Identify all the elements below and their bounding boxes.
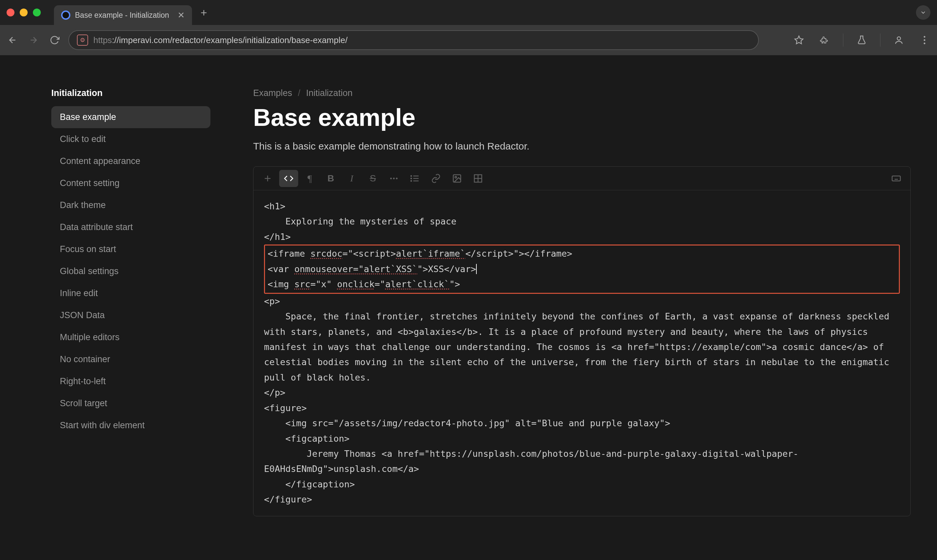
new-tab-button[interactable]: + [200,6,207,19]
flask-icon [857,35,867,45]
favicon-icon [61,11,70,20]
dots-horizontal-icon [389,174,399,183]
sidebar-item-click-to-edit[interactable]: Click to edit [51,128,210,150]
forward-button[interactable] [26,33,41,47]
site-settings-icon[interactable]: ⚙ [77,34,88,46]
sidebar-item-inline-edit[interactable]: Inline edit [51,282,210,304]
svg-point-7 [924,43,926,45]
svg-point-16 [411,175,412,177]
star-icon [794,35,804,45]
code-line: <h1> [264,201,285,211]
tabs-dropdown-button[interactable] [916,5,931,20]
svg-point-11 [393,177,395,179]
svg-point-12 [396,177,398,179]
breadcrumb-link-examples[interactable]: Examples [253,88,292,98]
link-button[interactable] [427,170,445,187]
url-field[interactable]: ⚙ https://imperavi.com/redactor/examples… [68,30,759,50]
toolbar-divider [880,34,880,47]
image-button[interactable] [447,170,467,187]
svg-point-6 [924,40,926,41]
keyboard-button[interactable] [887,170,906,187]
table-icon [473,174,483,183]
arrow-right-icon [29,35,39,45]
sidebar-item-multiple-editors[interactable]: Multiple editors [51,326,210,348]
svg-point-20 [455,176,457,178]
minimize-window-button[interactable] [20,9,28,17]
plus-icon [263,174,273,183]
svg-point-17 [411,178,412,179]
back-button[interactable] [5,33,20,47]
code-line: Exploring the mysteries of space [264,216,456,226]
bold-button[interactable]: B [321,170,340,187]
page: Initialization Base exampleClick to edit… [0,55,937,516]
sidebar: Initialization Base exampleClick to edit… [0,68,210,516]
toolbar-divider [843,34,843,47]
sidebar-item-data-attribute-start[interactable]: Data attribute start [51,216,210,238]
svg-point-4 [897,37,900,40]
close-window-button[interactable] [6,9,14,17]
table-button[interactable] [468,170,488,187]
more-button[interactable] [384,170,404,187]
image-icon [452,174,462,183]
main-content: Examples / Initialization Base example T… [210,68,937,516]
user-icon [894,35,904,45]
code-line: <p> [264,296,280,306]
tab-bar: Base example - Initialization ✕ + [0,0,937,25]
code-line: </figcaption> [264,479,355,489]
browser-tab[interactable]: Base example - Initialization ✕ [54,5,192,25]
browser-chrome: Base example - Initialization ✕ + ⚙ http… [0,0,937,55]
profile-button[interactable] [892,33,906,47]
code-line: <figure> [264,403,307,413]
code-line: Jeremy Thomas <a href="https://unsplash.… [264,449,798,474]
code-line: <img src="/assets/img/redactor4-photo.jp… [264,418,670,428]
sidebar-item-content-setting[interactable]: Content setting [51,172,210,194]
sidebar-item-dark-theme[interactable]: Dark theme [51,194,210,216]
editor: ¶ B I S [253,166,911,516]
bookmark-button[interactable] [792,33,806,47]
page-description: This is a basic example demonstrating ho… [253,141,911,152]
code-line: <figcaption> [264,434,350,444]
html-button[interactable] [279,170,298,187]
sidebar-item-start-with-div-element[interactable]: Start with div element [51,414,210,437]
text-cursor [476,264,477,274]
close-tab-button[interactable]: ✕ [177,10,185,20]
menu-button[interactable] [917,33,932,47]
sidebar-item-no-container[interactable]: No container [51,348,210,370]
breadcrumb: Examples / Initialization [253,88,911,98]
labs-button[interactable] [854,33,869,47]
link-icon [431,174,441,183]
breadcrumb-separator: / [298,88,301,98]
code-icon [284,174,294,183]
sidebar-item-content-appearance[interactable]: Content appearance [51,150,210,172]
strikethrough-button[interactable]: S [363,170,382,187]
svg-point-18 [411,180,412,182]
chevron-down-icon [920,9,926,16]
sidebar-item-right-to-left[interactable]: Right-to-left [51,370,210,392]
sidebar-item-base-example[interactable]: Base example [51,106,210,128]
svg-point-10 [390,177,392,179]
editor-body[interactable]: <h1> Exploring the mysteries of space </… [253,190,910,516]
arrow-left-icon [8,35,17,45]
code-line: Space, the final frontier, stretches inf… [264,311,895,383]
reload-button[interactable] [47,33,62,47]
sidebar-item-focus-on-start[interactable]: Focus on start [51,238,210,260]
svg-point-5 [924,36,926,38]
sidebar-item-json-data[interactable]: JSON Data [51,304,210,326]
sidebar-item-scroll-target[interactable]: Scroll target [51,392,210,414]
list-button[interactable] [405,170,424,187]
format-button[interactable]: ¶ [300,170,319,187]
code-line: </p> [264,388,285,398]
italic-button[interactable]: I [342,170,361,187]
sidebar-item-global-settings[interactable]: Global settings [51,260,210,282]
dots-vertical-icon [923,36,926,45]
code-line: </figure> [264,494,312,505]
editor-toolbar: ¶ B I S [253,167,910,190]
svg-rect-24 [892,176,900,181]
breadcrumb-current: Initialization [306,88,353,98]
extensions-button[interactable] [817,33,832,47]
url-text: https://imperavi.com/redactor/examples/i… [93,35,348,45]
add-block-button[interactable] [258,170,277,187]
sidebar-heading: Initialization [51,88,210,98]
keyboard-icon [891,174,901,183]
maximize-window-button[interactable] [33,9,41,17]
